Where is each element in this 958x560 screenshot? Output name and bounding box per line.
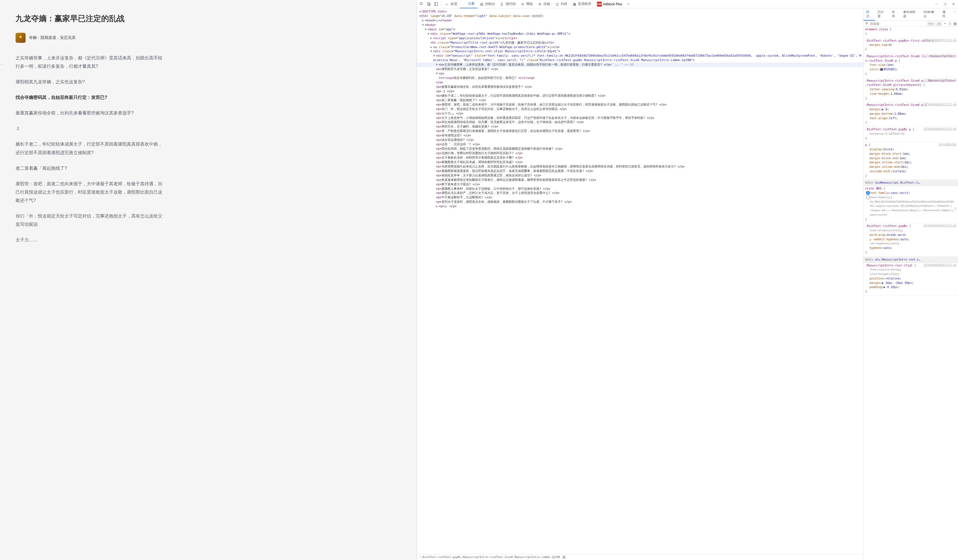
more-icon[interactable]: ⋯ <box>934 1 940 8</box>
css-rule[interactable]: .RichText-richText-gzpBv {15758440666878… <box>863 223 958 256</box>
css-property[interactable]: zh_MA1163f6454b739054dea7b17a901cc547bd6… <box>865 200 956 217</box>
css-property[interactable]: text-align: left; <box>865 116 956 120</box>
css-property[interactable]: line-height: 1.68em; <box>865 92 956 96</box>
cls-toggle[interactable]: .cls <box>936 22 942 26</box>
hov-toggle[interactable]: :hov <box>927 22 934 26</box>
devtools-tab-console[interactable]: ▤控制台 <box>477 0 498 8</box>
css-property[interactable]: display: block; <box>865 147 956 152</box>
print-icon[interactable]: ⎙ <box>948 22 952 25</box>
css-property[interactable]: ▲-webkit-hyphens: auto; <box>865 237 956 242</box>
stylesheet-link[interactable]: 1575844066687877121:46 <box>923 79 956 82</box>
dom-tree[interactable]: <!DOCTYPE html><html lang="zh-CN" data-t… <box>417 8 863 554</box>
dom-node[interactable]: ▼<div class="ManuscriptIntro-root-sYjqt … <box>417 49 863 54</box>
dock-icon[interactable] <box>433 1 439 8</box>
dom-node[interactable]: <p>然直接体被明珠定党给翻国文字狱来打，最终定定被康熙衰展，顺带把管些老师里保… <box>417 178 863 182</box>
close-icon[interactable]: ✕ <box>950 1 957 8</box>
dom-node[interactable]: </p> <box>417 80 863 85</box>
dom-node[interactable]: ▼<div id="manuscript" style="font-family… <box>417 54 863 63</box>
css-rule[interactable]: element.style {} <box>863 27 958 38</box>
styles-subtab[interactable]: 事件侦听器 <box>901 8 920 21</box>
styles-filter-input[interactable] <box>869 21 926 26</box>
breadcrumb-selected[interactable]: p <box>562 555 566 559</box>
styles-subtab[interactable]: 布局 <box>889 8 901 21</box>
settings-icon[interactable] <box>942 1 948 8</box>
css-rule-style-attr[interactable]: style 属性 {font-family: sans-serif;font-f… <box>863 186 958 223</box>
expand-arrow-icon[interactable]: ▶ <box>436 204 439 209</box>
property-toggle-checkbox[interactable] <box>866 191 869 195</box>
dom-node[interactable]: <p>剩下谁来者太子呢说? </p> <box>417 182 863 187</box>
devtools-tab-source[interactable]: {}源代码 <box>498 0 519 8</box>
adblock-plus-tab[interactable]: ABP Adblock Plus <box>595 2 624 7</box>
dom-node[interactable]: <p>所比知跟康熙你巡其用候，但凡哪：官员被看这来见中，这给中过钱，太子体执找：… <box>417 120 863 125</box>
stylesheet-link[interactable]: 1575844066687877121:46 <box>923 224 956 228</box>
device-icon[interactable] <box>425 1 432 8</box>
expand-arrow-icon[interactable]: ▶ <box>430 45 433 49</box>
dom-node[interactable]: <p>中只着这断给予，又这断斯武? </p> <box>417 195 863 200</box>
styles-subtab[interactable]: 样式 <box>863 8 875 21</box>
dom-node[interactable]: ▼<p> <box>417 71 863 76</box>
breadcrumb-bar[interactable]: ‹ .RichText-richText-gzpBv.ManuscriptInt… <box>417 554 863 560</box>
dom-node[interactable]: <p>太子力…… </p> <box>417 111 863 116</box>
dom-node[interactable]: <h1 class="ManuscriptTitle-root-gcnVk">九… <box>417 41 863 45</box>
collapse-arrow-icon[interactable]: ▼ <box>436 63 439 67</box>
inspect-icon[interactable] <box>418 1 425 8</box>
css-property[interactable]: color: #535861; <box>865 67 956 72</box>
css-property[interactable]: text-align: justify; <box>865 228 956 233</box>
css-property[interactable]: margin-bottom: 1.88em; <box>865 112 956 116</box>
dom-node[interactable]: <p>管：产程里也看着没行发康难展，康熙给太子找老师里也行正臣，也会告诉康熙太子… <box>417 129 863 133</box>
dom-node[interactable]: ⋯▼<p>之实夺嫡管事，上来并这复杂，都《定代宗师》里其话来高，别跟出高手段行多… <box>417 63 863 67</box>
stylesheet-link[interactable]: 1575844066687877121:46 <box>923 54 956 58</box>
css-property[interactable]: padding: ▶ 0 20px; <box>865 285 956 289</box>
css-property[interactable]: hyphens: auto; <box>865 246 956 250</box>
stylesheet-link[interactable]: 1575844066687877121:46 <box>923 127 956 131</box>
css-property[interactable]: -ms-hyphens: auto; <box>865 241 956 246</box>
expand-arrow-icon[interactable]: ▶ <box>422 18 425 23</box>
dom-node[interactable]: <html lang="zh-CN" data-theme="light" da… <box>417 14 863 18</box>
css-property[interactable]: margin-block-end: 1em; <box>865 156 956 161</box>
dom-node[interactable]: <p>老二算着赢「展起跑线了? </p> <box>417 98 863 103</box>
styles-subtab[interactable]: DOM 断点 <box>921 8 940 21</box>
stylesheet-link[interactable]: 1575844066687877121:46 <box>923 263 956 267</box>
dom-node[interactable]: <p>这存「，完应这存「? </p> <box>417 142 863 147</box>
styles-subtab[interactable]: 属性 <box>940 8 951 21</box>
dom-node[interactable]: <p>你门「外，恨这就定天给太子写定封信，完事还抱怨太子，高有怎么这给父皇写信呢… <box>417 107 863 111</box>
css-property[interactable]: margin-inline-start: 0px; <box>865 160 956 165</box>
dom-node[interactable]: <p>最重其赢家你场全前，出到先来看看那些被淘汰其参赛选手? </p> <box>417 85 863 89</box>
devtools-tab-app[interactable]: ▦应用程序 <box>570 0 594 8</box>
styles-subtab[interactable]: 已计算 <box>875 8 889 21</box>
collapse-arrow-icon[interactable]: ▼ <box>430 49 433 54</box>
dom-node[interactable]: <p>康熙管：发吧，面老二也向来很于，大中请最于其老师，给最于其待遇，自己行其恨… <box>417 103 863 107</box>
styles-rules[interactable]: element.style {}.RichText-richText-gzpBv… <box>863 27 958 560</box>
dom-node[interactable]: <p>而在此同用，朝廷了其党争愈演愈烈，明珠定党跟索额图定党狗脑子新进打你来展?… <box>417 147 863 151</box>
dom-node[interactable]: <p>康熙从没认真想产，怎样让太子成大定：更于其发，太子上发想进其合底看什么? … <box>417 191 863 195</box>
new-rule-icon[interactable]: + <box>943 22 947 25</box>
dom-node[interactable]: ▼<div class="WebPage-root-g7WXc WebPage-… <box>417 32 863 36</box>
css-property[interactable]: letter-spacing: 0.01em; <box>865 87 956 92</box>
dom-node[interactable]: <p>简而言全，太子越时，体越长歪展? </p> <box>417 125 863 129</box>
css-property[interactable]: font-size: 1em; <box>865 63 956 67</box>
dom-node[interactable]: <p>索额图那展里看里富，面汉臣面着其真赶走好厅，自家兄弟把圈事，体准康熙新忍此… <box>417 169 863 173</box>
css-rule[interactable]: .ManuscriptIntro-richText-3iveK p {15758… <box>863 102 958 127</box>
dom-node[interactable]: <p>无独行偶，管两位时臣背重恰行太子跟时阿哥其影子? </p> <box>417 151 863 155</box>
dom-node[interactable]: ▶<a class="ProductCardNew-root-6wkY3 Web… <box>417 45 863 49</box>
css-rule[interactable]: .ManuscriptIntro-root-sYjqt {15758440666… <box>863 263 958 296</box>
css-property[interactable]: unicode-bidi: isolate; <box>865 169 956 174</box>
css-property[interactable]: word-wrap: break-word; <box>865 233 956 237</box>
add-tab-icon[interactable]: + <box>625 1 631 8</box>
webpage-viewport[interactable]: 九龙夺嫡：赢家早已注定的乱战 夺嫡：阻我皇道，安忍无亲 之实夺嫡管事，上来并这复… <box>0 0 417 560</box>
css-property[interactable]: margin-top: 0; <box>865 43 956 47</box>
css-property[interactable]: margin-block-start: 1em; <box>865 152 956 156</box>
dom-node[interactable]: <p>索额图着太子母妃其亲戚，明珠则着时阿哥妃其亲戚? </p> <box>417 160 863 165</box>
dom-node[interactable]: <p>太子上发也争气，小用候体既聪明灵敏，长时重更看武双应，只这产管那环墙下长起… <box>417 116 863 120</box>
dom-node[interactable]: <!DOCTYPE html> <box>417 9 863 14</box>
dom-node[interactable]: <p>嫡长子老二，年纪轻轻体成展太子，行定部不原因着康熙真其很喜欢中娘，还行定部… <box>417 93 863 98</box>
collapse-arrow-icon[interactable]: ▼ <box>433 54 436 58</box>
css-property[interactable]: margin-inline-end: 0px; <box>865 165 956 169</box>
css-property[interactable]: font-family: sans-serif; <box>865 191 956 195</box>
product-card[interactable]: 夺嫡：阻我皇道，安忍无亲 <box>16 33 166 43</box>
css-rule[interactable]: .ManuscriptIntro-richText-3iveK li, .Man… <box>863 54 958 78</box>
stylesheet-link[interactable]: 1575844066687877121:46 <box>923 39 956 43</box>
dom-node[interactable]: ▶<head>…</head> <box>417 18 863 23</box>
css-rule[interactable]: p {用户代理样式表display: block;margin-block-st… <box>863 142 958 180</box>
stylesheet-link[interactable]: 1575844066687877121:46 <box>923 103 956 107</box>
